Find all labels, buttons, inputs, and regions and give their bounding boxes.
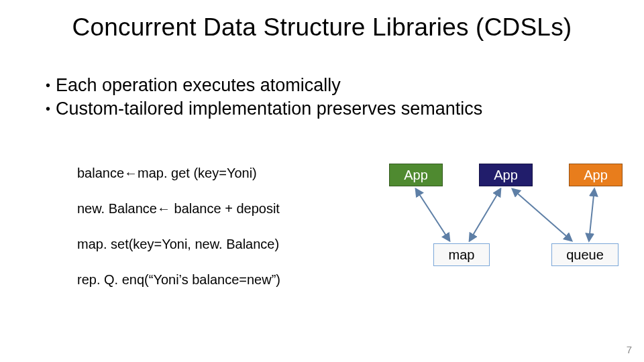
code-block: balance←map. get (key=Yoni) new. Balance…	[77, 166, 280, 308]
app-box-green: App	[389, 164, 443, 186]
arrow-app2-queue	[513, 189, 572, 241]
bullet-dot-icon: •	[46, 76, 50, 94]
arrow-app1-map	[416, 189, 449, 241]
code-line: new. Balance← balance + deposit	[77, 201, 280, 217]
page-number: 7	[627, 344, 632, 355]
bullet-list: • Each operation executes atomically • C…	[46, 74, 482, 121]
bullet-item: • Each operation executes atomically	[46, 74, 482, 97]
app-box-orange: App	[569, 164, 623, 186]
bullet-dot-icon: •	[46, 100, 50, 117]
code-line: balance←map. get (key=Yoni)	[77, 166, 280, 181]
code-line: map. set(key=Yoni, new. Balance)	[77, 237, 280, 252]
bullet-text: Custom-tailored implementation preserves…	[56, 97, 482, 121]
slide-title: Concurrent Data Structure Libraries (CDS…	[0, 13, 644, 42]
map-box: map	[433, 243, 490, 266]
app-box-navy: App	[479, 164, 533, 186]
slide: Concurrent Data Structure Libraries (CDS…	[0, 0, 644, 362]
queue-box: queue	[551, 243, 619, 266]
arrow-app3-queue	[589, 189, 594, 241]
code-line: rep. Q. enq(“Yoni’s balance=new”)	[77, 272, 280, 288]
bullet-text: Each operation executes atomically	[56, 74, 341, 97]
arrow-app2-map	[470, 189, 500, 241]
bullet-item: • Custom-tailored implementation preserv…	[46, 97, 482, 121]
